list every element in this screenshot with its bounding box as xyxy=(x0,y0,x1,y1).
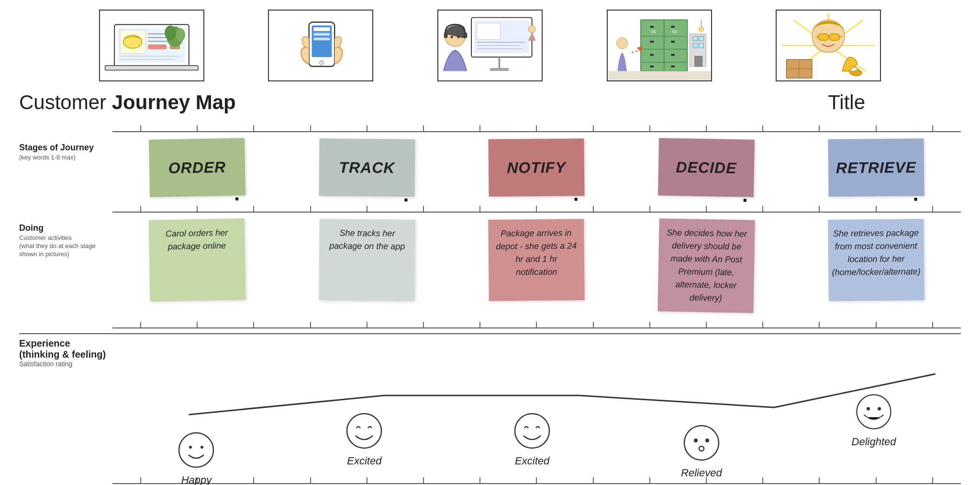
svg-rect-30 xyxy=(444,33,448,38)
doing-sublabel: Customer activities (what they do at eac… xyxy=(19,234,108,259)
top-ticks-row xyxy=(19,123,961,131)
stages-sublabel: (key words 1-8 max) xyxy=(19,154,108,162)
tick xyxy=(479,125,480,131)
bot-ticks-row xyxy=(19,319,961,327)
tick xyxy=(140,322,141,327)
tick xyxy=(253,322,254,327)
relieved-face-svg xyxy=(682,424,721,462)
tick xyxy=(819,322,820,327)
doing-track: She tracks her package on the app xyxy=(319,219,415,301)
page: 01 02 xyxy=(0,0,980,485)
mid-divider-row xyxy=(19,212,961,213)
experience-label-col: Experience (thinking & feeling) Satisfac… xyxy=(19,338,112,368)
tick xyxy=(253,206,254,212)
tick xyxy=(876,322,877,327)
tick xyxy=(310,477,311,483)
image-notify xyxy=(437,10,543,81)
tick xyxy=(197,206,198,212)
emotion-excited1: Excited xyxy=(345,412,383,467)
svg-point-80 xyxy=(179,433,213,467)
svg-point-86 xyxy=(694,439,698,442)
experience-chart-area: Happy Excited xyxy=(112,338,961,472)
svg-point-87 xyxy=(705,439,709,442)
svg-rect-56 xyxy=(699,43,703,48)
exp-bot-divider xyxy=(19,483,961,484)
tick xyxy=(706,322,707,327)
svg-rect-8 xyxy=(148,45,167,49)
svg-point-90 xyxy=(867,407,870,410)
stage-order: ORDER xyxy=(149,138,245,197)
doing-order: Carol orders her package online xyxy=(149,218,246,301)
svg-rect-44 xyxy=(650,54,654,56)
svg-rect-54 xyxy=(699,36,703,41)
emotion-delighted-label: Delighted xyxy=(852,436,896,448)
stage-track: TRACK xyxy=(319,138,415,197)
tick xyxy=(762,322,763,327)
svg-rect-28 xyxy=(490,68,509,71)
top-divider-row xyxy=(19,131,961,132)
svg-text:01: 01 xyxy=(651,29,656,34)
stage-decide-label: DECIDE xyxy=(676,158,737,177)
tick xyxy=(819,206,820,212)
journey-section: Stages of Journey (key words 1-8 max) OR… xyxy=(19,123,961,328)
stage-order-label: ORDER xyxy=(168,158,226,177)
tick xyxy=(423,477,424,483)
svg-rect-46 xyxy=(650,66,654,68)
tick xyxy=(423,125,424,131)
svg-rect-23 xyxy=(477,23,501,39)
svg-point-14 xyxy=(176,28,185,41)
svg-point-13 xyxy=(165,25,176,40)
tick xyxy=(536,125,537,131)
bot-divider-row xyxy=(19,327,961,328)
emotion-excited2: Excited xyxy=(513,412,551,467)
image-retrieve xyxy=(776,10,881,81)
excited1-face-svg xyxy=(345,412,383,450)
svg-rect-45 xyxy=(671,54,675,56)
image-decide: 01 02 xyxy=(607,10,712,81)
svg-rect-40 xyxy=(650,26,654,28)
experience-title: Experience (thinking & feeling) xyxy=(19,338,112,360)
svg-rect-19 xyxy=(314,37,330,40)
doing-retrieve-text: She retrieves package from most convenie… xyxy=(832,226,921,279)
svg-point-81 xyxy=(189,446,192,449)
svg-rect-31 xyxy=(464,33,468,38)
svg-rect-42 xyxy=(650,41,654,43)
doing-label: Doing xyxy=(19,223,108,233)
svg-point-51 xyxy=(616,37,627,48)
svg-point-83 xyxy=(347,414,381,448)
svg-rect-41 xyxy=(671,26,675,28)
svg-point-33 xyxy=(457,36,459,38)
tick xyxy=(762,477,763,483)
tick xyxy=(367,206,368,212)
tick xyxy=(536,206,537,212)
svg-rect-68 xyxy=(818,34,828,41)
svg-point-82 xyxy=(200,446,203,449)
stages-content: ORDER TRACK NOTIFY DECIDE xyxy=(112,139,961,196)
title-section: Customer Journey Map Title xyxy=(19,91,961,114)
doing-label-col: Doing Customer activities (what they do … xyxy=(19,219,112,312)
tick xyxy=(932,125,933,131)
stages-label: Stages of Journey xyxy=(19,143,108,153)
svg-text:02: 02 xyxy=(672,29,677,34)
tick xyxy=(876,206,877,212)
tick xyxy=(593,125,594,131)
tick xyxy=(876,477,877,483)
svg-rect-43 xyxy=(671,41,675,43)
tick xyxy=(649,322,650,327)
experience-section: Experience (thinking & feeling) Satisfac… xyxy=(19,333,961,484)
tick xyxy=(932,322,933,327)
emotion-excited2-label: Excited xyxy=(515,455,549,467)
svg-point-34 xyxy=(528,25,536,33)
svg-rect-18 xyxy=(314,33,330,36)
svg-point-59 xyxy=(699,27,703,32)
svg-rect-57 xyxy=(695,56,702,66)
emotion-relieved-label: Relieved xyxy=(681,467,722,479)
header-images-row: 01 02 xyxy=(19,10,961,81)
tick xyxy=(197,322,198,327)
doing-decide: She decides how her delivery should be m… xyxy=(657,218,755,313)
tick xyxy=(593,206,594,212)
image-order xyxy=(99,10,204,81)
excited2-face-svg xyxy=(513,412,551,450)
tick xyxy=(367,125,368,131)
svg-rect-55 xyxy=(693,43,698,48)
